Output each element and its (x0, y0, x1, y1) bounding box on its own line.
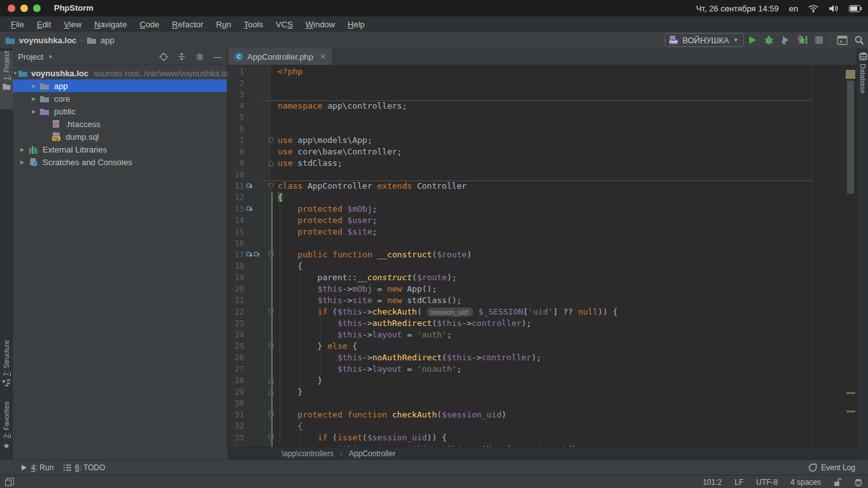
tree-expand-arrow[interactable]: ▶ (18, 147, 27, 152)
fold-marker[interactable] (268, 252, 274, 258)
code-line-10[interactable]: 10 (227, 169, 857, 180)
lock-icon[interactable] (834, 478, 841, 487)
fold-marker[interactable] (268, 412, 274, 418)
menu-run[interactable]: Run (210, 18, 237, 30)
settings-gear-icon[interactable] (195, 52, 205, 62)
close-tab-icon[interactable]: ✕ (320, 52, 326, 61)
volume-icon[interactable] (829, 4, 839, 13)
code-line-15[interactable]: 15 protected $site; (227, 226, 857, 238)
tree-item-external-libraries[interactable]: ▶External Libraries (13, 143, 227, 156)
menu-navigate[interactable]: Navigate (88, 18, 132, 30)
editor-scrollbar[interactable] (847, 81, 854, 194)
caret-position[interactable]: 101:2 (703, 478, 722, 487)
fold-marker[interactable] (268, 389, 274, 395)
code-line-13[interactable]: 13 protected $mObj; (227, 203, 857, 215)
event-log-button[interactable]: Event Log (808, 460, 855, 475)
search-everywhere-button[interactable] (854, 35, 864, 45)
tree-item-core[interactable]: ▶core (13, 92, 227, 105)
code-line-22[interactable]: 22 if ($this->checkAuth( session_uid: $_… (227, 306, 857, 318)
menu-view[interactable]: View (58, 18, 87, 30)
code-line-24[interactable]: 24 $this->layout = 'auth'; (227, 329, 857, 341)
keyboard-layout-indicator[interactable]: en (789, 4, 798, 13)
minimize-window-button[interactable] (20, 4, 28, 12)
code-line-12[interactable]: 12{ (227, 192, 857, 203)
debug-button[interactable] (764, 35, 774, 45)
tree-expand-arrow[interactable]: ▶ (29, 109, 38, 114)
tool-window-tab-run[interactable]: 4: Run (21, 460, 53, 475)
menu-window[interactable]: Window (300, 18, 341, 30)
inspection-status-indicator[interactable] (846, 70, 855, 79)
run-with-coverage-button[interactable] (780, 35, 790, 45)
code-line-2[interactable]: 2 (227, 78, 857, 89)
breadcrumb-folder[interactable]: app (100, 36, 114, 45)
tool-window-tab-todo[interactable]: 6: TODO (64, 460, 105, 475)
menu-tools[interactable]: Tools (238, 18, 269, 30)
code-line-14[interactable]: 14 protected $user; (227, 215, 857, 226)
code-line-5[interactable]: 5 (227, 112, 857, 123)
code-line-18[interactable]: 18 { (227, 261, 857, 272)
code-line-20[interactable]: 20 $this->mObj = new App(); (227, 283, 857, 295)
maximize-window-button[interactable] (33, 4, 41, 12)
fold-marker[interactable] (268, 137, 274, 144)
fold-marker[interactable] (268, 160, 274, 166)
close-window-button[interactable] (8, 4, 15, 12)
indent-setting[interactable]: 4 spaces (790, 478, 821, 487)
code-line-7[interactable]: 7use app\models\App; (227, 135, 857, 146)
locate-file-button[interactable] (159, 52, 168, 62)
menu-help[interactable]: Help (342, 18, 370, 30)
code-line-28[interactable]: 28 } (227, 375, 857, 386)
breadcrumb-namespace[interactable]: \app\controllers (281, 449, 334, 458)
chevron-down-icon[interactable]: ▼ (48, 54, 53, 60)
breadcrumb-class[interactable]: AppController (349, 449, 395, 458)
collapse-all-button[interactable] (177, 52, 186, 61)
code-line-17[interactable]: 17 public function __construct($route) (227, 249, 857, 261)
code-line-33[interactable]: 33 if (isset($session_uid)) { (227, 432, 857, 444)
tree-item-scratches-and-consoles[interactable]: ▶Scratches and Consoles (13, 156, 227, 168)
overridden-marker-icon[interactable] (246, 182, 253, 190)
code-line-21[interactable]: 21 $this->site = new stdClass(); (227, 295, 857, 306)
tool-window-switcher-icon[interactable] (5, 478, 14, 486)
tool-window-tab-project[interactable]: 1: Project (0, 51, 13, 109)
breadcrumb-project[interactable]: voynushka.loc (19, 36, 76, 45)
code-line-8[interactable]: 8use core\base\Controller; (227, 146, 857, 158)
menu-vcs[interactable]: VCS (270, 18, 299, 30)
tree-expand-arrow[interactable]: ▶ (18, 159, 27, 165)
menu-file[interactable]: File (5, 18, 30, 30)
tree-expand-arrow[interactable]: ▶ (29, 96, 38, 102)
tree-item-voynushka-loc[interactable]: ▼voynushka.locsources root, /var/www/voy… (13, 67, 227, 79)
inspection-profile-icon[interactable] (854, 478, 863, 487)
code-line-32[interactable]: 32 { (227, 421, 857, 432)
warning-stripe-mark[interactable] (846, 392, 855, 394)
tree-item-public[interactable]: ▶public (13, 105, 227, 118)
code-line-25[interactable]: 25 } else { (227, 341, 857, 352)
tool-window-tab-favorites[interactable]: 2: Favorites ★ (0, 402, 13, 460)
code-line-31[interactable]: 31 protected function checkAuth($session… (227, 409, 857, 421)
run-anything-window-button[interactable] (837, 36, 848, 45)
code-line-19[interactable]: 19 parent::__construct($route); (227, 272, 857, 283)
code-line-23[interactable]: 23 $this->authRedirect($this->controller… (227, 318, 857, 329)
menu-edit[interactable]: Edit (31, 18, 57, 30)
fold-marker[interactable] (268, 183, 274, 189)
code-editor[interactable]: 1<?php234namespace app\controllers;567us… (227, 65, 857, 447)
tree-item-dump-sql[interactable]: SQLdump.sql (13, 130, 227, 143)
wifi-icon[interactable] (808, 4, 818, 13)
tree-expand-arrow[interactable]: ▶ (29, 83, 38, 89)
code-line-6[interactable]: 6 (227, 123, 857, 135)
tree-expand-arrow-open[interactable]: ▼ (13, 71, 18, 76)
attach-debugger-button[interactable] (797, 35, 808, 45)
overridden-marker-icon[interactable] (246, 205, 253, 213)
stop-button[interactable] (815, 36, 824, 44)
warning-stripe-mark[interactable] (846, 410, 855, 412)
file-encoding[interactable]: UTF-8 (756, 478, 778, 487)
code-line-27[interactable]: 27 $this->layout = 'noauth'; (227, 363, 857, 375)
fold-marker[interactable] (268, 435, 274, 441)
battery-icon[interactable] (849, 5, 862, 12)
line-separator[interactable]: LF (735, 478, 743, 487)
code-line-16[interactable]: 16 (227, 238, 857, 249)
fold-marker[interactable] (268, 377, 274, 384)
fold-marker[interactable] (268, 309, 274, 315)
tree-item-app[interactable]: ▶app (13, 79, 227, 92)
run-button[interactable] (747, 35, 757, 45)
tool-window-tab-database[interactable]: Database (857, 52, 868, 111)
code-line-9[interactable]: 9use stdClass; (227, 158, 857, 169)
